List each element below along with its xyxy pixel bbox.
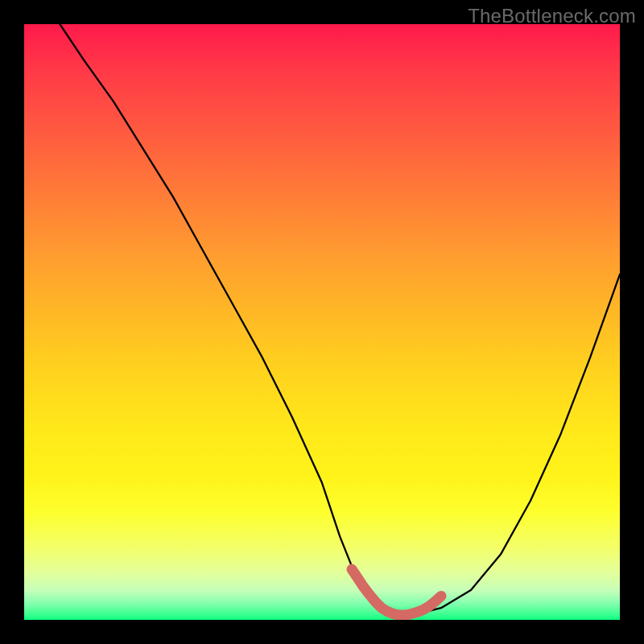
highlight-segment bbox=[352, 569, 441, 615]
chart-svg bbox=[24, 24, 620, 620]
plot-area bbox=[24, 24, 620, 620]
watermark-text: TheBottleneck.com bbox=[468, 5, 636, 27]
curve-line bbox=[60, 24, 620, 614]
chart-frame: TheBottleneck.com bbox=[0, 0, 644, 644]
